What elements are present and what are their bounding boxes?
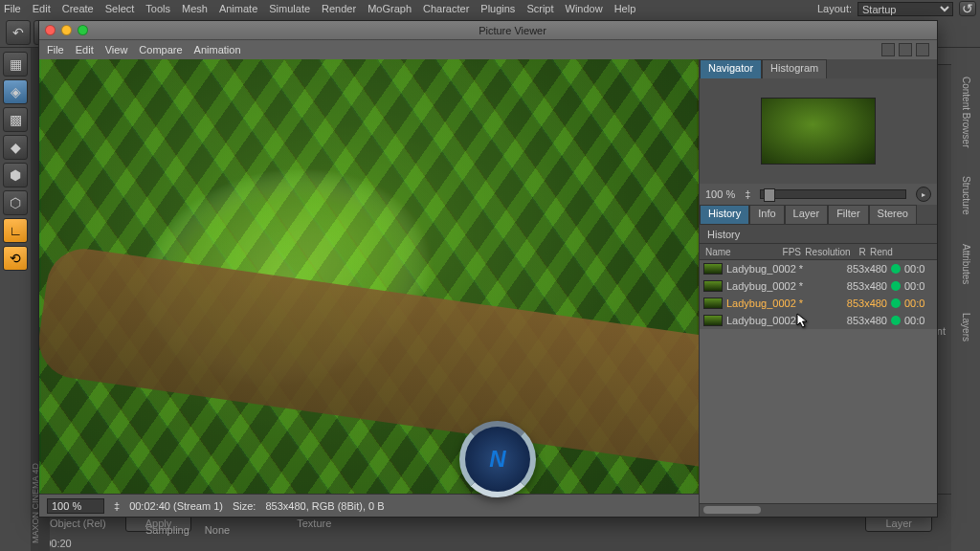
row-time: 00:0 <box>904 298 933 309</box>
pv-menu-edit[interactable]: Edit <box>76 44 94 55</box>
pv-menubar: File Edit View Compare Animation <box>39 40 937 59</box>
tab-stereo[interactable]: Stereo <box>869 205 917 224</box>
menu-animate[interactable]: Animate <box>219 3 257 14</box>
pv-menu-view[interactable]: View <box>105 44 128 55</box>
menu-window[interactable]: Window <box>566 3 603 14</box>
pv-menu-file[interactable]: File <box>47 44 64 55</box>
sampling-label: Sampling <box>145 524 189 536</box>
history-columns: Name FPS Resolution R Rend <box>700 243 937 260</box>
close-icon[interactable] <box>45 25 56 35</box>
menu-select[interactable]: Select <box>105 3 135 14</box>
menu-script[interactable]: Script <box>526 3 553 14</box>
texture-label: Texture <box>297 518 331 529</box>
menu-edit[interactable]: Edit <box>33 3 51 14</box>
menu-help[interactable]: Help <box>614 3 636 14</box>
row-thumbnail-icon <box>703 280 723 292</box>
main-menubar: File Edit Create Select Tools Mesh Anima… <box>0 0 980 17</box>
menu-character[interactable]: Character <box>423 3 469 14</box>
row-resolution: 853x480 <box>837 280 887 292</box>
row-status-icon <box>891 264 901 274</box>
menu-plugins[interactable]: Plugins <box>480 3 515 14</box>
row-thumbnail-icon <box>703 315 723 326</box>
pv-dock-icon[interactable] <box>916 43 929 56</box>
tab-navigator[interactable]: Navigator <box>700 59 762 78</box>
object-rel-label: Object (Rel) <box>50 518 106 529</box>
point-mode-icon[interactable]: ⬢ <box>3 163 28 187</box>
menu-mograph[interactable]: MoGraph <box>368 3 412 14</box>
row-time: 00:0 <box>904 315 933 326</box>
menu-tools[interactable]: Tools <box>145 3 170 14</box>
right-tabs: Content Browser Structure Attributes Lay… <box>951 48 980 551</box>
pv-menu-compare[interactable]: Compare <box>139 44 182 55</box>
make-editable-icon[interactable]: ▦ <box>3 52 28 77</box>
menu-create[interactable]: Create <box>62 3 94 14</box>
pv-titlebar[interactable]: Picture Viewer <box>39 21 937 40</box>
pv-zoom-stepper-icon[interactable]: ‡ <box>114 500 120 512</box>
layout-select[interactable]: Startup <box>858 2 953 16</box>
history-header: History <box>700 224 937 243</box>
pv-time: 00:02:40 (Stream 1) <box>129 500 223 512</box>
col-name[interactable]: Name <box>700 247 776 257</box>
tab-attributes[interactable]: Attributes <box>961 244 971 284</box>
row-time: 00:0 <box>904 280 933 292</box>
left-toolbar: ▦ ◈ ▩ ◆ ⬢ ⬡ ∟ ⟲ <box>0 48 31 551</box>
tab-structure[interactable]: Structure <box>961 176 971 215</box>
row-thumbnail-icon <box>703 298 723 309</box>
tab-filter[interactable]: Filter <box>828 205 868 224</box>
tab-content-browser[interactable]: Content Browser <box>961 77 971 147</box>
pv-menu-animation[interactable]: Animation <box>194 44 241 55</box>
undo-icon[interactable]: ↶ <box>6 20 31 45</box>
axis-icon[interactable]: ∟ <box>3 218 28 243</box>
edge-mode-icon[interactable]: ⬡ <box>3 190 28 215</box>
pv-zoom-input[interactable] <box>47 498 104 514</box>
snap-icon[interactable]: ⟲ <box>3 246 28 271</box>
menu-simulate[interactable]: Simulate <box>269 3 310 14</box>
tab-layer[interactable]: Layer <box>785 205 829 224</box>
history-row[interactable]: Ladybug_0002 *853x48000:0 <box>700 260 937 277</box>
nav-play-icon[interactable]: ▸ <box>916 187 931 202</box>
tab-layers[interactable]: Layers <box>961 313 971 342</box>
row-resolution: 853x480 <box>837 315 887 326</box>
menu-mesh[interactable]: Mesh <box>182 3 208 14</box>
row-resolution: 853x480 <box>837 298 887 309</box>
nav-zoom-value: 100 % <box>705 188 735 200</box>
nav-zoom-slider[interactable] <box>760 189 906 199</box>
nav-zoom-stepper-icon[interactable]: ‡ <box>745 188 750 200</box>
menu-file[interactable]: File <box>4 3 21 14</box>
pv-viewport: ‡ 00:02:40 (Stream 1) Size: 853x480, RGB… <box>39 59 699 517</box>
navigator-thumbnail[interactable] <box>700 78 937 184</box>
watermark-logo: N <box>459 421 536 497</box>
layout-reset-icon[interactable]: ↺ <box>959 1 976 16</box>
pv-ab-compare-icon[interactable] <box>881 43 895 56</box>
row-name: Ladybug_0002 * <box>726 280 811 292</box>
row-status-icon <box>891 298 901 308</box>
tab-history[interactable]: History <box>700 205 749 224</box>
col-rend[interactable]: Rend <box>870 247 899 257</box>
pv-statusbar: ‡ 00:02:40 (Stream 1) Size: 853x480, RGB… <box>39 494 699 517</box>
history-row[interactable]: Ladybug_0002 *853x48000:0 <box>700 277 937 295</box>
pv-size: 853x480, RGB (8Bit), 0 B <box>265 500 384 512</box>
history-row[interactable]: Ladybug_0002 *853x48000:0 <box>700 295 937 312</box>
menu-render[interactable]: Render <box>322 3 356 14</box>
col-fps[interactable]: FPS <box>776 247 801 257</box>
tab-info[interactable]: Info <box>749 205 784 224</box>
sampling-none: None <box>205 524 230 536</box>
pv-sidebar: Navigator Histogram 100 % ‡ ▸ History In… <box>699 59 937 517</box>
texture-mode-icon[interactable]: ▩ <box>3 107 28 132</box>
row-status-icon <box>891 316 901 325</box>
pv-size-label: Size: <box>233 500 256 512</box>
row-name: Ladybug_0002 * <box>726 263 811 275</box>
history-hscrollbar[interactable] <box>700 503 937 517</box>
minimize-icon[interactable] <box>61 25 72 35</box>
history-rows: Ladybug_0002 *853x48000:0Ladybug_0002 *8… <box>700 260 937 329</box>
row-resolution: 853x480 <box>837 263 887 275</box>
tab-histogram[interactable]: Histogram <box>762 59 827 78</box>
col-r[interactable]: R <box>855 247 870 257</box>
model-mode-icon[interactable]: ◈ <box>3 79 28 104</box>
col-resolution[interactable]: Resolution <box>801 247 855 257</box>
render-image[interactable] <box>39 59 699 494</box>
maximize-icon[interactable] <box>78 25 88 35</box>
history-row[interactable]: Ladybug_0002 *853x48000:0 <box>700 312 937 329</box>
pv-fullscreen-icon[interactable] <box>899 43 912 56</box>
workplane-icon[interactable]: ◆ <box>3 135 28 160</box>
